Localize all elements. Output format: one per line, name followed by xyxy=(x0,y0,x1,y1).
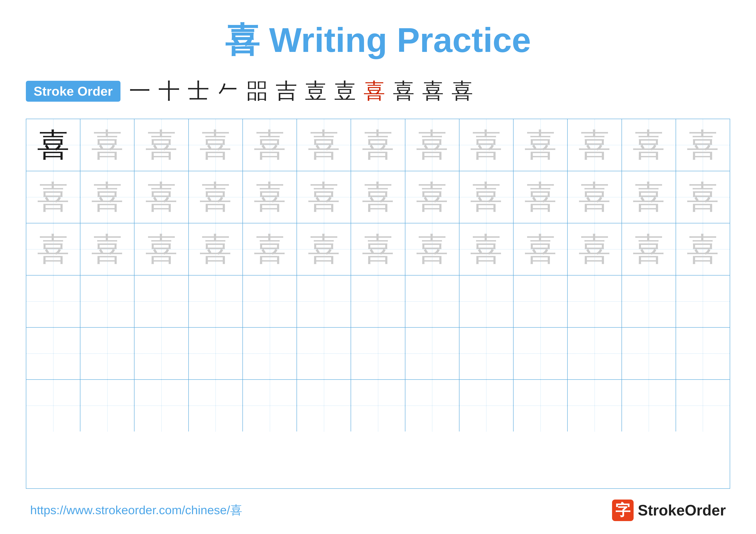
cell-3-9[interactable]: 喜 xyxy=(459,223,514,275)
cell-4-3[interactable] xyxy=(134,275,189,327)
strokeorder-logo-icon: 字 xyxy=(612,499,634,521)
cell-3-6[interactable]: 喜 xyxy=(297,223,351,275)
cell-4-6[interactable] xyxy=(297,275,351,327)
cell-6-8[interactable] xyxy=(405,380,459,431)
cell-4-8[interactable] xyxy=(405,275,459,327)
cell-4-1[interactable] xyxy=(26,275,80,327)
cell-5-4[interactable] xyxy=(189,328,243,379)
cell-1-13[interactable]: 喜 xyxy=(676,119,730,171)
char-2-8: 喜 xyxy=(416,181,448,213)
cell-6-7[interactable] xyxy=(351,380,405,431)
cell-1-2[interactable]: 喜 xyxy=(80,119,134,171)
cell-4-2[interactable] xyxy=(80,275,134,327)
cell-3-2[interactable]: 喜 xyxy=(80,223,134,275)
cell-5-12[interactable] xyxy=(622,328,676,379)
cell-5-10[interactable] xyxy=(514,328,568,379)
cell-3-3[interactable]: 喜 xyxy=(134,223,189,275)
cell-3-10[interactable]: 喜 xyxy=(514,223,568,275)
cell-1-8[interactable]: 喜 xyxy=(405,119,459,171)
cell-4-12[interactable] xyxy=(622,275,676,327)
char-3-1: 喜 xyxy=(37,233,69,266)
char-3-8: 喜 xyxy=(416,233,448,266)
cell-5-8[interactable] xyxy=(405,328,459,379)
cell-1-4[interactable]: 喜 xyxy=(189,119,243,171)
cell-4-5[interactable] xyxy=(243,275,297,327)
cell-1-3[interactable]: 喜 xyxy=(134,119,189,171)
cell-2-5[interactable]: 喜 xyxy=(243,171,297,223)
cell-6-5[interactable] xyxy=(243,380,297,431)
cell-2-10[interactable]: 喜 xyxy=(514,171,568,223)
cell-6-3[interactable] xyxy=(134,380,189,431)
cell-1-10[interactable]: 喜 xyxy=(514,119,568,171)
char-1-2: 喜 xyxy=(91,129,123,161)
cell-2-7[interactable]: 喜 xyxy=(351,171,405,223)
char-2-12: 喜 xyxy=(633,181,665,213)
cell-6-10[interactable] xyxy=(514,380,568,431)
cell-5-5[interactable] xyxy=(243,328,297,379)
cell-1-12[interactable]: 喜 xyxy=(622,119,676,171)
cell-2-4[interactable]: 喜 xyxy=(189,171,243,223)
cell-6-9[interactable] xyxy=(459,380,514,431)
char-1-7: 喜 xyxy=(362,129,394,161)
cell-3-5[interactable]: 喜 xyxy=(243,223,297,275)
cell-2-9[interactable]: 喜 xyxy=(459,171,514,223)
cell-3-13[interactable]: 喜 xyxy=(676,223,730,275)
page-title: 喜 Writing Practice xyxy=(26,17,730,64)
cell-3-7[interactable]: 喜 xyxy=(351,223,405,275)
cell-2-3[interactable]: 喜 xyxy=(134,171,189,223)
cell-1-11[interactable]: 喜 xyxy=(568,119,622,171)
cell-3-8[interactable]: 喜 xyxy=(405,223,459,275)
footer-logo: 字 StrokeOrder xyxy=(612,499,726,521)
cell-5-6[interactable] xyxy=(297,328,351,379)
cell-2-13[interactable]: 喜 xyxy=(676,171,730,223)
footer-url[interactable]: https://www.strokeorder.com/chinese/喜 xyxy=(30,502,242,519)
cell-5-1[interactable] xyxy=(26,328,80,379)
cell-6-6[interactable] xyxy=(297,380,351,431)
char-3-7: 喜 xyxy=(362,233,394,266)
cell-6-4[interactable] xyxy=(189,380,243,431)
stroke-6: 吉 xyxy=(276,77,297,106)
cell-6-1[interactable] xyxy=(26,380,80,431)
cell-4-10[interactable] xyxy=(514,275,568,327)
cell-4-4[interactable] xyxy=(189,275,243,327)
cell-4-13[interactable] xyxy=(676,275,730,327)
cell-1-9[interactable]: 喜 xyxy=(459,119,514,171)
cell-2-12[interactable]: 喜 xyxy=(622,171,676,223)
grid-row-6 xyxy=(26,380,730,431)
grid-row-3: 喜 喜 喜 喜 喜 喜 喜 喜 喜 xyxy=(26,223,730,275)
cell-4-11[interactable] xyxy=(568,275,622,327)
char-1-9: 喜 xyxy=(470,129,502,161)
cell-2-1[interactable]: 喜 xyxy=(26,171,80,223)
cell-5-2[interactable] xyxy=(80,328,134,379)
cell-6-13[interactable] xyxy=(676,380,730,431)
cell-3-1[interactable]: 喜 xyxy=(26,223,80,275)
cell-6-11[interactable] xyxy=(568,380,622,431)
stroke-7: 壴 xyxy=(305,77,327,106)
cell-2-6[interactable]: 喜 xyxy=(297,171,351,223)
char-2-7: 喜 xyxy=(362,181,394,213)
cell-5-11[interactable] xyxy=(568,328,622,379)
cell-4-9[interactable] xyxy=(459,275,514,327)
char-2-2: 喜 xyxy=(91,181,123,213)
char-3-11: 喜 xyxy=(579,233,611,266)
cell-1-6[interactable]: 喜 xyxy=(297,119,351,171)
cell-2-8[interactable]: 喜 xyxy=(405,171,459,223)
cell-6-2[interactable] xyxy=(80,380,134,431)
cell-6-12[interactable] xyxy=(622,380,676,431)
cell-3-4[interactable]: 喜 xyxy=(189,223,243,275)
char-1-3: 喜 xyxy=(145,129,177,161)
char-2-11: 喜 xyxy=(579,181,611,213)
char-2-9: 喜 xyxy=(470,181,502,213)
cell-4-7[interactable] xyxy=(351,275,405,327)
cell-1-7[interactable]: 喜 xyxy=(351,119,405,171)
cell-5-9[interactable] xyxy=(459,328,514,379)
cell-2-11[interactable]: 喜 xyxy=(568,171,622,223)
cell-1-5[interactable]: 喜 xyxy=(243,119,297,171)
cell-5-13[interactable] xyxy=(676,328,730,379)
cell-2-2[interactable]: 喜 xyxy=(80,171,134,223)
cell-5-3[interactable] xyxy=(134,328,189,379)
cell-3-11[interactable]: 喜 xyxy=(568,223,622,275)
cell-1-1[interactable]: 喜 xyxy=(26,119,80,171)
cell-5-7[interactable] xyxy=(351,328,405,379)
cell-3-12[interactable]: 喜 xyxy=(622,223,676,275)
